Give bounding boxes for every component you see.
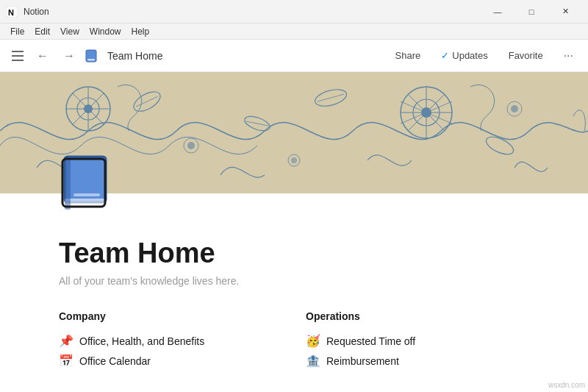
requested-time-off-icon: 🥳 xyxy=(306,334,320,348)
menu-help[interactable]: Help xyxy=(127,25,154,38)
more-options-button[interactable]: ··· xyxy=(558,46,579,65)
minimize-button[interactable]: — xyxy=(481,0,514,24)
page-title: Team Home xyxy=(59,238,529,269)
page-icon-small xyxy=(85,49,98,63)
office-health-label: Office, Health, and Benefits xyxy=(79,335,204,347)
toolbar-right: Share ✓ Updates Favorite ··· xyxy=(390,46,579,65)
office-calendar-label: Office Calendar xyxy=(79,355,151,367)
toolbar-left: ← → Team Home xyxy=(9,46,162,65)
hamburger-line xyxy=(12,55,24,57)
title-bar-title: Notion xyxy=(24,7,49,17)
menu-file[interactable]: File xyxy=(6,25,29,38)
toolbar: ← → Team Home Share ✓ Updates Favorite ·… xyxy=(0,40,588,72)
svg-point-30 xyxy=(511,105,518,113)
list-item[interactable]: 📅 Office Calendar xyxy=(59,351,282,371)
content-wrapper: Team Home All of your team's knowledge l… xyxy=(0,193,588,392)
hamburger-line xyxy=(12,60,24,61)
updates-label: Updates xyxy=(452,50,487,61)
menu-view[interactable]: View xyxy=(56,25,84,38)
svg-point-32 xyxy=(291,157,297,163)
reimbursement-icon: 🏦 xyxy=(306,354,320,368)
content-body: Team Home All of your team's knowledge l… xyxy=(0,193,588,392)
check-icon: ✓ xyxy=(441,50,449,61)
close-button[interactable]: ✕ xyxy=(548,0,582,24)
main-content: Team Home All of your team's knowledge l… xyxy=(0,72,588,392)
notion-logo: N xyxy=(6,6,18,18)
favorite-button[interactable]: Favorite xyxy=(503,47,549,64)
requested-time-off-label: Requested Time off xyxy=(326,335,415,347)
company-column: Company 📌 Office, Health, and Benefits 📅… xyxy=(59,310,282,371)
menu-bar: File Edit View Window Help xyxy=(0,24,588,40)
title-bar: N Notion — □ ✕ xyxy=(0,0,588,24)
operations-column: Operations 🥳 Requested Time off 🏦 Reimbu… xyxy=(306,310,529,371)
svg-text:N: N xyxy=(8,8,14,17)
operations-column-title: Operations xyxy=(306,310,529,322)
toolbar-page-title: Team Home xyxy=(107,50,162,62)
list-item[interactable]: 🥳 Requested Time off xyxy=(306,331,529,351)
share-button[interactable]: Share xyxy=(390,47,427,64)
title-bar-controls: — □ ✕ xyxy=(481,0,582,24)
page-subtitle: All of your team's knowledge lives here. xyxy=(59,275,529,287)
svg-rect-3 xyxy=(87,59,95,61)
office-health-icon: 📌 xyxy=(59,334,74,348)
columns-layout: Company 📌 Office, Health, and Benefits 📅… xyxy=(59,310,529,371)
hamburger-line xyxy=(12,51,24,52)
company-column-title: Company xyxy=(59,310,282,322)
forward-button[interactable]: → xyxy=(59,46,79,65)
title-bar-left: N Notion xyxy=(6,6,49,18)
svg-point-28 xyxy=(187,142,195,149)
watermark: wsxdn.com xyxy=(548,381,585,389)
menu-edit[interactable]: Edit xyxy=(30,25,54,38)
reimbursement-label: Reimbursement xyxy=(326,355,399,367)
updates-button[interactable]: ✓ Updates xyxy=(435,47,493,64)
maximize-button[interactable]: □ xyxy=(514,0,548,24)
back-button[interactable]: ← xyxy=(32,46,53,65)
office-calendar-icon: 📅 xyxy=(59,354,74,368)
list-item[interactable]: 📌 Office, Health, and Benefits xyxy=(59,331,282,351)
list-item[interactable]: 🏦 Reimbursement xyxy=(306,351,529,371)
menu-window[interactable]: Window xyxy=(85,25,126,38)
sidebar-toggle-button[interactable] xyxy=(9,48,26,64)
